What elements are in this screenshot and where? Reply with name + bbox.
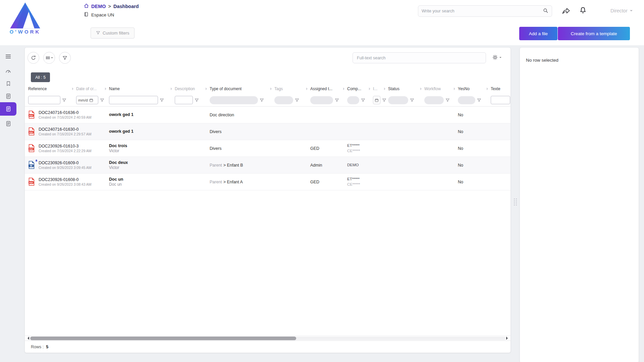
- filter-select-workflow[interactable]: [424, 96, 444, 104]
- filter-funnel-icon[interactable]: [335, 98, 339, 102]
- column-header-status[interactable]: Status: [388, 86, 424, 91]
- breadcrumb-home[interactable]: DEMO: [91, 4, 106, 9]
- cell-assigned-t: Admin: [310, 163, 347, 168]
- column-header-i[interactable]: I...: [373, 86, 388, 91]
- column-label: YesNo: [458, 86, 470, 91]
- column-header-date-of-cr[interactable]: Date of cr...: [76, 86, 109, 91]
- scroll-right-arrow-icon[interactable]: [506, 337, 509, 340]
- filter-input-texte[interactable]: [491, 96, 510, 104]
- horizontal-scrollbar[interactable]: [25, 336, 511, 341]
- cell-comp: ET*****CE*****: [347, 177, 373, 187]
- table-row[interactable]: WDOC230926-01609-0Created on 9/26/2023 3…: [25, 157, 511, 174]
- document-name: owork ged 1: [109, 129, 133, 134]
- filter-select-yesno[interactable]: [458, 96, 475, 104]
- filter-funnel-icon[interactable]: [382, 98, 386, 102]
- tab-all[interactable]: All : 5: [31, 72, 50, 82]
- breadcrumb-current: Dashboard: [113, 4, 139, 9]
- custom-filters-button[interactable]: Custom filters: [91, 27, 135, 39]
- filter-funnel-icon[interactable]: [62, 98, 66, 102]
- search-icon[interactable]: [543, 8, 548, 15]
- detail-panel: No row selected: [520, 47, 639, 362]
- documents-list-panel: All : 5 ReferenceDate of cr...NameDescri…: [24, 47, 511, 353]
- column-header-type-of-document[interactable]: Type of document: [210, 86, 274, 91]
- word-file-icon: W: [28, 161, 36, 169]
- column-label: Texte: [491, 86, 500, 91]
- filter-input-name[interactable]: [109, 96, 158, 104]
- cell-assigned-t: GED: [310, 146, 347, 151]
- owork-logo[interactable]: O'WORK: [5, 1, 46, 35]
- home-icon: [84, 3, 89, 9]
- filter-input-reference[interactable]: [28, 96, 60, 104]
- filter-select-status[interactable]: [388, 96, 408, 104]
- column-header-yesno[interactable]: YesNo: [458, 86, 491, 91]
- create-from-template-button[interactable]: Create from a template: [558, 27, 630, 40]
- table-settings-button[interactable]: [492, 54, 501, 60]
- sort-arrow-icon: [72, 87, 75, 90]
- table-row[interactable]: PDFDOC240716-01630-0Created on 7/16/2024…: [25, 123, 511, 140]
- document-name: Doc un: [109, 177, 123, 182]
- filter-funnel-icon[interactable]: [295, 98, 299, 102]
- document-reference: DOC230926-01610-3: [39, 143, 92, 149]
- table-row[interactable]: PDFDOC240716-01636-0Created on 7/16/2024…: [25, 107, 511, 123]
- refresh-icon: [31, 55, 36, 61]
- column-header-comp[interactable]: Comp...: [347, 86, 373, 91]
- panel-resize-handle[interactable]: [514, 198, 517, 205]
- sort-arrow-icon: [171, 87, 173, 90]
- filter-funnel-icon[interactable]: [195, 98, 199, 102]
- filter-cell-tags: [274, 96, 310, 104]
- filter-select-comp[interactable]: [347, 96, 359, 104]
- date-placeholder: mm/d: [78, 98, 88, 102]
- column-header-name[interactable]: Name: [109, 86, 175, 91]
- column-header-tags[interactable]: Tags: [274, 86, 310, 91]
- filter-date-i[interactable]: [373, 96, 380, 104]
- filter-select-type-of-document[interactable]: [210, 96, 258, 104]
- notifications-bell-icon[interactable]: [579, 6, 587, 16]
- filter-funnel-icon[interactable]: [477, 98, 481, 102]
- yesno-value: No: [458, 129, 463, 134]
- filter-funnel-icon[interactable]: [160, 98, 164, 102]
- sidebar-item-6[interactable]: [0, 117, 16, 130]
- column-label: Name: [109, 86, 120, 91]
- user-role-menu[interactable]: Director: [610, 8, 633, 13]
- sidebar-item-3[interactable]: [0, 77, 16, 90]
- filter-funnel-icon[interactable]: [361, 98, 365, 102]
- global-search-input[interactable]: [422, 9, 543, 13]
- refresh-button[interactable]: [28, 52, 39, 64]
- filter-cell-yesno: [458, 96, 491, 104]
- sort-arrow-icon: [487, 87, 489, 90]
- sort-arrow-icon: [384, 87, 387, 90]
- filter-funnel-icon[interactable]: [445, 98, 450, 102]
- table-row[interactable]: PDFDOC230926-01610-3Created on 7/16/2024…: [25, 140, 511, 157]
- fulltext-search-input[interactable]: [357, 56, 482, 60]
- filter-select-assigned-t[interactable]: [310, 96, 333, 104]
- cell-name: owork ged 1: [109, 112, 175, 117]
- scrollbar-track[interactable]: [30, 337, 505, 340]
- column-header-reference[interactable]: Reference: [28, 86, 76, 91]
- sidebar-item-4[interactable]: [0, 89, 16, 103]
- document-type: Divers: [210, 146, 221, 151]
- sidebar-item-1[interactable]: [0, 50, 16, 63]
- filter-input-description[interactable]: [175, 96, 193, 104]
- filter-button[interactable]: [59, 52, 71, 64]
- column-label: Type of document: [210, 86, 241, 91]
- column-header-description[interactable]: Description: [175, 86, 210, 91]
- column-header-workflow[interactable]: Workflow: [424, 86, 458, 91]
- scrollbar-thumb[interactable]: [30, 337, 296, 340]
- column-picker-button[interactable]: [43, 52, 55, 64]
- document-created-date: Created on 9/26/2023 3:09:45 AM: [39, 166, 92, 170]
- filter-funnel-icon[interactable]: [100, 98, 104, 102]
- sidebar-item-5[interactable]: [0, 102, 16, 116]
- filter-funnel-icon[interactable]: [410, 98, 414, 102]
- column-header-texte[interactable]: Texte: [491, 86, 511, 91]
- filter-cell-comp: [347, 96, 373, 104]
- scroll-left-arrow-icon[interactable]: [26, 337, 29, 340]
- svg-text:PDF: PDF: [29, 115, 33, 117]
- filter-funnel-icon[interactable]: [260, 98, 264, 102]
- filter-date-date-of-cr[interactable]: mm/d: [76, 96, 98, 104]
- share-icon[interactable]: [561, 7, 571, 17]
- sidebar-item-2[interactable]: [0, 64, 16, 78]
- filter-select-tags[interactable]: [274, 96, 293, 104]
- table-row[interactable]: PDFDOC230926-01608-0Created on 9/26/2023…: [25, 174, 511, 190]
- column-header-assigned-t[interactable]: Assigned t...: [310, 86, 347, 91]
- add-file-button[interactable]: Add a file: [519, 27, 557, 40]
